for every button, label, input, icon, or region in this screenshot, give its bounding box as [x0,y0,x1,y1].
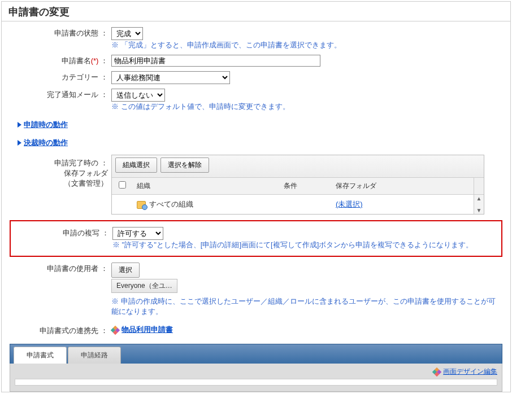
row-users: 申請書の使用者 ： 選択 Everyone（全ユ… ※ 申請の作成時に、ここで選… [10,261,502,317]
category-select[interactable]: 人事総務関連 [111,71,230,84]
col-checkbox [112,178,132,194]
label-users: 申請書の使用者 ： [10,261,111,274]
label-category: カテゴリー ： [10,70,111,82]
field-copy: 許可する ※ "許可する"とした場合、[申請の詳細]画面にて[複写して作成]ボタ… [112,226,501,250]
field-name [111,54,502,67]
grid-header: 組織 条件 保存フォルダ [112,178,484,195]
row-category: カテゴリー ： 人事総務関連 [10,70,502,84]
row-folder-cell: (未選択) [331,198,474,211]
field-folder: 組織選択 選択を解除 組織 条件 保存フォルダ [111,154,502,215]
name-input[interactable] [111,55,320,67]
tab-bar: 申請書式 申請経路 [10,344,502,364]
inner-panel [15,379,497,386]
form-link[interactable]: 物品利用申請書 [122,325,173,334]
folder-unselected-link[interactable]: (未選択) [336,200,363,208]
grid-body: すべての組織 (未選択) ▲ ▼ [112,195,484,214]
label-name: 申請書名(*) ： [10,54,111,66]
row-notify: 完了通知メール ： 送信しない ※ この値はデフォルト値で、申請時に変更できます… [10,88,502,112]
collapse-decide[interactable]: 決裁時の動作 [18,138,502,148]
tabs-section: 申請書式 申請経路 画面デザイン編集 [10,344,502,392]
user-chip-everyone[interactable]: Everyone（全ユ… [111,279,177,293]
col-folder-header: 保存フォルダ [331,178,474,194]
notify-note: ※ この値はデフォルト値で、申請時に変更できます。 [111,102,502,112]
grid-toolbar: 組織選択 選択を解除 [112,155,484,178]
label-folder: 申請完了時の ： 保存フォルダ （文書管理） [10,154,111,189]
row-copy: 申請の複写 ： 許可する ※ "許可する"とした場合、[申請の詳細]画面にて[複… [11,226,501,250]
page-title: 申請書の変更 [2,2,510,21]
field-formlink: 物品利用申請書 [111,323,502,335]
col-cond-header: 条件 [279,178,331,194]
notify-select[interactable]: 送信しない [111,89,165,102]
status-note: ※ 「完成」とすると、申請作成画面で、この申請書を選択できます。 [111,40,502,50]
field-status: 完成 ※ 「完成」とすると、申請作成画面で、この申請書を選択できます。 [111,26,502,50]
form-link-icon [111,326,119,334]
design-link-icon [433,368,441,376]
select-all-checkbox[interactable] [119,181,126,189]
row-status: 申請書の状態 ： 完成 ※ 「完成」とすると、申請作成画面で、この申請書を選択で… [10,26,502,50]
design-edit-link[interactable]: 画面デザイン編集 [443,368,497,375]
copy-highlight-box: 申請の複写 ： 許可する ※ "許可する"とした場合、[申請の詳細]画面にて[複… [10,220,502,257]
tab-format[interactable]: 申請書式 [14,347,67,364]
copy-note: ※ "許可する"とした場合、[申請の詳細]画面にて[複写して作成]ボタンから申請… [112,240,501,250]
field-category: 人事総務関連 [111,70,502,84]
col-org-header: 組織 [132,178,279,194]
folder-grid: 組織選択 選択を解除 組織 条件 保存フォルダ [111,155,484,215]
row-name: 申請書名(*) ： [10,54,502,67]
row-folder: 申請完了時の ： 保存フォルダ （文書管理） 組織選択 選択を解除 組織 [10,154,502,215]
scroll-up-icon[interactable]: ▲ [476,195,482,202]
org-select-button[interactable]: 組織選択 [115,158,157,173]
org-icon [137,201,146,209]
tab-body: 画面デザイン編集 [10,364,502,392]
copy-select[interactable]: 許可する [112,227,163,240]
row-org-cell: すべての組織 [132,198,279,211]
arrow-icon [18,140,21,146]
label-copy: 申請の複写 ： [11,226,112,238]
scroll-down-icon[interactable]: ▼ [476,207,482,214]
tab-route[interactable]: 申請経路 [68,347,121,364]
col-scroll-header [474,178,484,194]
label-status: 申請書の状態 ： [10,26,111,38]
collapse-apply-link[interactable]: 申請時の動作 [24,120,68,130]
table-row: すべての組織 (未選択) [112,195,474,214]
form-area: 申請書の状態 ： 完成 ※ 「完成」とすると、申請作成画面で、この申請書を選択で… [2,21,510,336]
label-notify: 完了通知メール ： [10,88,111,100]
page-container: 申請書の変更 申請書の状態 ： 完成 ※ 「完成」とすると、申請作成画面で、この… [1,1,511,392]
field-users: 選択 Everyone（全ユ… ※ 申請の作成時に、ここで選択したユーザー／組織… [111,261,502,317]
label-formlink: 申請書式の連携先 ： [10,323,111,336]
clear-selection-button[interactable]: 選択を解除 [160,158,209,173]
status-select[interactable]: 完成 [111,27,143,40]
field-notify: 送信しない ※ この値はデフォルト値で、申請時に変更できます。 [111,88,502,112]
collapse-decide-link[interactable]: 決裁時の動作 [24,138,68,148]
scrollbar[interactable]: ▲ ▼ [474,195,484,214]
row-cond-cell [279,203,331,205]
users-note: ※ 申請の作成時に、ここで選択したユーザー／組織／ロールに含まれるユーザーが、こ… [111,296,502,317]
row-formlink: 申請書式の連携先 ： 物品利用申請書 [10,323,502,336]
collapse-apply[interactable]: 申請時の動作 [18,120,502,130]
design-link-row: 画面デザイン編集 [15,367,497,377]
select-users-button[interactable]: 選択 [111,262,140,278]
arrow-icon [18,122,21,128]
